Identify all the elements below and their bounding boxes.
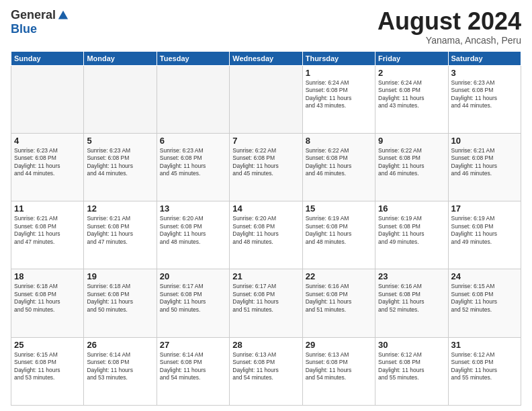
calendar-subtitle: Yanama, Ancash, Peru — [378, 35, 521, 46]
day-info: Sunrise: 6:18 AM Sunset: 6:08 PM Dayligh… — [14, 283, 81, 314]
weekday-header-friday: Friday — [375, 51, 448, 65]
day-number: 27 — [160, 340, 226, 350]
calendar-cell — [11, 65, 84, 133]
day-info: Sunrise: 6:13 AM Sunset: 6:08 PM Dayligh… — [306, 351, 372, 382]
calendar-cell: 19Sunrise: 6:18 AM Sunset: 6:08 PM Dayli… — [84, 269, 157, 337]
calendar-week-row: 25Sunrise: 6:15 AM Sunset: 6:08 PM Dayli… — [11, 337, 521, 405]
weekday-header-saturday: Saturday — [448, 51, 521, 65]
day-info: Sunrise: 6:19 AM Sunset: 6:08 PM Dayligh… — [451, 215, 518, 246]
day-info: Sunrise: 6:13 AM Sunset: 6:08 PM Dayligh… — [232, 351, 299, 382]
weekday-header-monday: Monday — [84, 51, 157, 65]
day-info: Sunrise: 6:23 AM Sunset: 6:08 PM Dayligh… — [14, 147, 81, 178]
day-number: 7 — [232, 136, 299, 146]
day-number: 6 — [160, 136, 226, 146]
day-number: 10 — [451, 136, 518, 146]
logo-general-text: General — [11, 8, 56, 22]
title-area: August 2024 Yanama, Ancash, Peru — [378, 8, 521, 46]
calendar-cell: 6Sunrise: 6:23 AM Sunset: 6:08 PM Daylig… — [157, 133, 229, 201]
calendar-cell: 26Sunrise: 6:14 AM Sunset: 6:08 PM Dayli… — [84, 337, 157, 405]
calendar-cell: 31Sunrise: 6:12 AM Sunset: 6:08 PM Dayli… — [448, 337, 521, 405]
calendar-cell: 15Sunrise: 6:19 AM Sunset: 6:08 PM Dayli… — [302, 201, 375, 269]
day-number: 28 — [232, 340, 299, 350]
day-info: Sunrise: 6:15 AM Sunset: 6:08 PM Dayligh… — [451, 283, 518, 314]
day-info: Sunrise: 6:12 AM Sunset: 6:08 PM Dayligh… — [378, 351, 445, 382]
day-number: 16 — [378, 203, 445, 214]
day-number: 4 — [14, 136, 81, 146]
day-info: Sunrise: 6:21 AM Sunset: 6:08 PM Dayligh… — [14, 215, 81, 246]
day-info: Sunrise: 6:23 AM Sunset: 6:08 PM Dayligh… — [87, 147, 153, 178]
day-number: 18 — [14, 271, 81, 281]
day-info: Sunrise: 6:22 AM Sunset: 6:08 PM Dayligh… — [232, 147, 299, 178]
calendar-cell — [157, 65, 229, 133]
calendar-table: SundayMondayTuesdayWednesdayThursdayFrid… — [11, 51, 521, 406]
day-info: Sunrise: 6:16 AM Sunset: 6:08 PM Dayligh… — [378, 283, 445, 314]
calendar-cell: 23Sunrise: 6:16 AM Sunset: 6:08 PM Dayli… — [375, 269, 448, 337]
weekday-header-wednesday: Wednesday — [230, 51, 302, 65]
calendar-cell: 1Sunrise: 6:24 AM Sunset: 6:08 PM Daylig… — [302, 65, 375, 133]
calendar-cell: 28Sunrise: 6:13 AM Sunset: 6:08 PM Dayli… — [230, 337, 302, 405]
day-info: Sunrise: 6:21 AM Sunset: 6:08 PM Dayligh… — [87, 215, 153, 246]
calendar-cell: 5Sunrise: 6:23 AM Sunset: 6:08 PM Daylig… — [84, 133, 157, 201]
calendar-cell: 18Sunrise: 6:18 AM Sunset: 6:08 PM Dayli… — [11, 269, 84, 337]
calendar-cell: 25Sunrise: 6:15 AM Sunset: 6:08 PM Dayli… — [11, 337, 84, 405]
day-info: Sunrise: 6:24 AM Sunset: 6:08 PM Dayligh… — [378, 79, 445, 110]
header: General Blue August 2024 Yanama, Ancash,… — [11, 8, 521, 46]
day-info: Sunrise: 6:15 AM Sunset: 6:08 PM Dayligh… — [14, 351, 81, 382]
calendar-cell: 3Sunrise: 6:23 AM Sunset: 6:08 PM Daylig… — [448, 65, 521, 133]
day-info: Sunrise: 6:14 AM Sunset: 6:08 PM Dayligh… — [87, 351, 153, 382]
day-info: Sunrise: 6:17 AM Sunset: 6:08 PM Dayligh… — [232, 283, 299, 314]
calendar-cell: 21Sunrise: 6:17 AM Sunset: 6:08 PM Dayli… — [230, 269, 302, 337]
calendar-cell — [84, 65, 157, 133]
day-number: 24 — [451, 271, 518, 281]
day-number: 20 — [160, 271, 226, 281]
calendar-cell: 9Sunrise: 6:22 AM Sunset: 6:08 PM Daylig… — [375, 133, 448, 201]
day-info: Sunrise: 6:22 AM Sunset: 6:08 PM Dayligh… — [378, 147, 445, 178]
day-info: Sunrise: 6:18 AM Sunset: 6:08 PM Dayligh… — [87, 283, 153, 314]
day-number: 30 — [378, 340, 445, 350]
logo: General Blue — [11, 8, 69, 36]
calendar-cell: 8Sunrise: 6:22 AM Sunset: 6:08 PM Daylig… — [302, 133, 375, 201]
day-number: 25 — [14, 340, 81, 350]
day-info: Sunrise: 6:23 AM Sunset: 6:08 PM Dayligh… — [160, 147, 226, 178]
logo-icon — [57, 9, 69, 21]
day-number: 8 — [306, 136, 372, 146]
calendar-header-row: SundayMondayTuesdayWednesdayThursdayFrid… — [11, 51, 521, 65]
calendar-cell: 24Sunrise: 6:15 AM Sunset: 6:08 PM Dayli… — [448, 269, 521, 337]
calendar-cell: 7Sunrise: 6:22 AM Sunset: 6:08 PM Daylig… — [230, 133, 302, 201]
calendar-cell: 13Sunrise: 6:20 AM Sunset: 6:08 PM Dayli… — [157, 201, 229, 269]
calendar-cell: 17Sunrise: 6:19 AM Sunset: 6:08 PM Dayli… — [448, 201, 521, 269]
day-info: Sunrise: 6:16 AM Sunset: 6:08 PM Dayligh… — [306, 283, 372, 314]
day-info: Sunrise: 6:20 AM Sunset: 6:08 PM Dayligh… — [232, 215, 299, 246]
calendar-week-row: 11Sunrise: 6:21 AM Sunset: 6:08 PM Dayli… — [11, 201, 521, 269]
calendar-cell: 11Sunrise: 6:21 AM Sunset: 6:08 PM Dayli… — [11, 201, 84, 269]
calendar-cell — [230, 65, 302, 133]
day-info: Sunrise: 6:19 AM Sunset: 6:08 PM Dayligh… — [378, 215, 445, 246]
calendar-cell: 30Sunrise: 6:12 AM Sunset: 6:08 PM Dayli… — [375, 337, 448, 405]
day-info: Sunrise: 6:21 AM Sunset: 6:08 PM Dayligh… — [451, 147, 518, 178]
calendar-cell: 16Sunrise: 6:19 AM Sunset: 6:08 PM Dayli… — [375, 201, 448, 269]
day-number: 5 — [87, 136, 153, 146]
calendar-cell: 4Sunrise: 6:23 AM Sunset: 6:08 PM Daylig… — [11, 133, 84, 201]
day-info: Sunrise: 6:19 AM Sunset: 6:08 PM Dayligh… — [306, 215, 372, 246]
page: General Blue August 2024 Yanama, Ancash,… — [0, 0, 532, 411]
calendar-cell: 27Sunrise: 6:14 AM Sunset: 6:08 PM Dayli… — [157, 337, 229, 405]
weekday-header-tuesday: Tuesday — [157, 51, 229, 65]
day-number: 19 — [87, 271, 153, 281]
day-number: 11 — [14, 203, 81, 214]
day-info: Sunrise: 6:14 AM Sunset: 6:08 PM Dayligh… — [160, 351, 226, 382]
day-info: Sunrise: 6:23 AM Sunset: 6:08 PM Dayligh… — [451, 79, 518, 110]
weekday-header-thursday: Thursday — [302, 51, 375, 65]
day-info: Sunrise: 6:20 AM Sunset: 6:08 PM Dayligh… — [160, 215, 226, 246]
day-number: 3 — [451, 68, 518, 78]
calendar-cell: 20Sunrise: 6:17 AM Sunset: 6:08 PM Dayli… — [157, 269, 229, 337]
day-number: 17 — [451, 203, 518, 214]
day-number: 1 — [306, 68, 372, 78]
weekday-header-sunday: Sunday — [11, 51, 84, 65]
day-number: 15 — [306, 203, 372, 214]
day-number: 31 — [451, 340, 518, 350]
calendar-week-row: 18Sunrise: 6:18 AM Sunset: 6:08 PM Dayli… — [11, 269, 521, 337]
day-info: Sunrise: 6:17 AM Sunset: 6:08 PM Dayligh… — [160, 283, 226, 314]
day-info: Sunrise: 6:24 AM Sunset: 6:08 PM Dayligh… — [306, 79, 372, 110]
calendar-cell: 2Sunrise: 6:24 AM Sunset: 6:08 PM Daylig… — [375, 65, 448, 133]
calendar-cell: 14Sunrise: 6:20 AM Sunset: 6:08 PM Dayli… — [230, 201, 302, 269]
